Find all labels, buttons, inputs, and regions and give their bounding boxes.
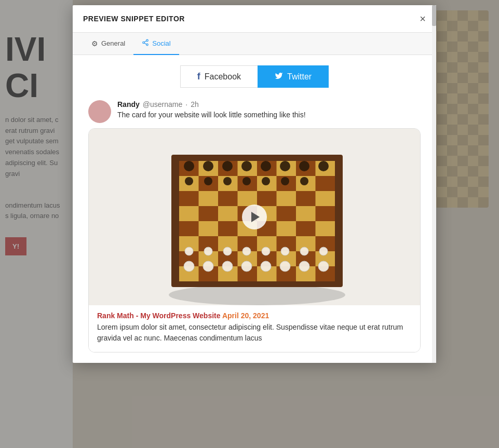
tab-social[interactable]: Social [133, 33, 179, 55]
svg-point-68 [318, 261, 329, 271]
svg-point-76 [319, 247, 328, 255]
svg-line-9 [144, 41, 146, 42]
modal-scrollbar[interactable] [432, 5, 436, 363]
facebook-button[interactable]: f Facebook [180, 65, 258, 88]
svg-point-5 [146, 39, 149, 42]
svg-rect-33 [296, 221, 316, 236]
svg-point-6 [143, 42, 145, 44]
twitter-button[interactable]: Twitter [258, 65, 329, 88]
modal-tabs: ⚙ General Social [73, 33, 436, 55]
card-date: April 20, 2021 [222, 311, 269, 320]
card-description: Lorem ipsum dolor sit amet, consectetur … [97, 322, 412, 344]
svg-point-69 [185, 247, 193, 255]
svg-point-63 [222, 261, 233, 271]
svg-point-67 [299, 261, 309, 271]
svg-point-66 [280, 261, 290, 271]
svg-rect-26 [199, 206, 219, 221]
close-button[interactable]: × [420, 13, 426, 24]
svg-point-57 [242, 177, 251, 185]
modal-title: PREVIEW SNIPPET EDITOR [83, 15, 185, 23]
svg-point-7 [146, 44, 149, 46]
facebook-label: Facebook [205, 72, 241, 82]
tweet-user-info: Randy @username · 2h The card for your w… [117, 100, 421, 119]
svg-point-61 [184, 261, 194, 271]
svg-line-8 [144, 43, 146, 44]
facebook-icon: f [197, 71, 200, 82]
card-content: Rank Math - My WordPress Website April 2… [89, 305, 420, 352]
social-icon [142, 39, 149, 48]
svg-point-59 [281, 177, 289, 185]
svg-point-58 [262, 177, 270, 185]
svg-point-60 [300, 177, 308, 185]
tweet-handle: @username [143, 100, 182, 108]
svg-rect-24 [257, 191, 277, 206]
tab-general-label: General [101, 39, 125, 47]
svg-point-73 [262, 247, 270, 255]
svg-point-54 [185, 177, 193, 185]
svg-point-74 [281, 247, 289, 255]
svg-point-70 [204, 247, 212, 255]
card-site-title: Rank Math - My WordPress Website April 2… [97, 311, 412, 320]
svg-point-53 [318, 161, 329, 171]
svg-rect-30 [179, 221, 199, 236]
svg-point-48 [222, 161, 233, 171]
svg-point-75 [300, 247, 308, 255]
tweet-user-row: Randy @username · 2h The card for your w… [88, 100, 421, 123]
tweet-text: The card for your website will look litt… [117, 111, 421, 119]
svg-point-49 [241, 161, 252, 171]
svg-point-46 [184, 161, 194, 171]
svg-point-71 [223, 247, 232, 255]
svg-rect-31 [218, 221, 238, 236]
svg-rect-28 [277, 206, 296, 221]
svg-point-50 [261, 161, 271, 171]
svg-point-72 [242, 247, 251, 255]
card-preview: Rank Math - My WordPress Website April 2… [88, 128, 421, 352]
svg-point-56 [223, 177, 232, 185]
svg-rect-23 [218, 191, 238, 206]
svg-point-65 [261, 261, 271, 271]
tweet-name: Randy [117, 100, 140, 108]
tweet-dot: · [185, 100, 187, 108]
play-triangle-icon [251, 212, 260, 222]
svg-point-62 [203, 261, 213, 271]
svg-point-55 [204, 177, 212, 185]
avatar [88, 100, 111, 123]
twitter-icon [275, 72, 283, 82]
svg-point-64 [241, 261, 252, 271]
tweet-username-row: Randy @username · 2h [117, 100, 421, 108]
svg-point-11 [169, 284, 345, 305]
modal-header: PREVIEW SNIPPET EDITOR × [73, 5, 436, 33]
twitter-label: Twitter [287, 72, 312, 82]
play-button[interactable] [242, 205, 267, 229]
tweet-preview: Randy @username · 2h The card for your w… [83, 100, 426, 352]
preview-snippet-modal: PREVIEW SNIPPET EDITOR × ⚙ General Socia… [73, 5, 436, 363]
svg-rect-21 [316, 176, 335, 191]
svg-rect-29 [316, 206, 335, 221]
modal-body: f Facebook Twitter Randy @username [73, 55, 436, 363]
tab-social-label: Social [152, 39, 170, 47]
svg-point-52 [299, 161, 309, 171]
svg-rect-22 [179, 191, 199, 206]
gear-icon: ⚙ [91, 39, 98, 48]
tab-general[interactable]: ⚙ General [83, 33, 133, 55]
card-image [89, 129, 420, 305]
tweet-time: 2h [191, 100, 199, 108]
svg-rect-25 [296, 191, 316, 206]
svg-point-51 [280, 161, 290, 171]
svg-point-47 [203, 161, 213, 171]
card-site-name: Rank Math - My WordPress Website [97, 311, 221, 320]
scrollbar-thumb[interactable] [432, 5, 436, 26]
social-platform-buttons: f Facebook Twitter [83, 65, 426, 88]
